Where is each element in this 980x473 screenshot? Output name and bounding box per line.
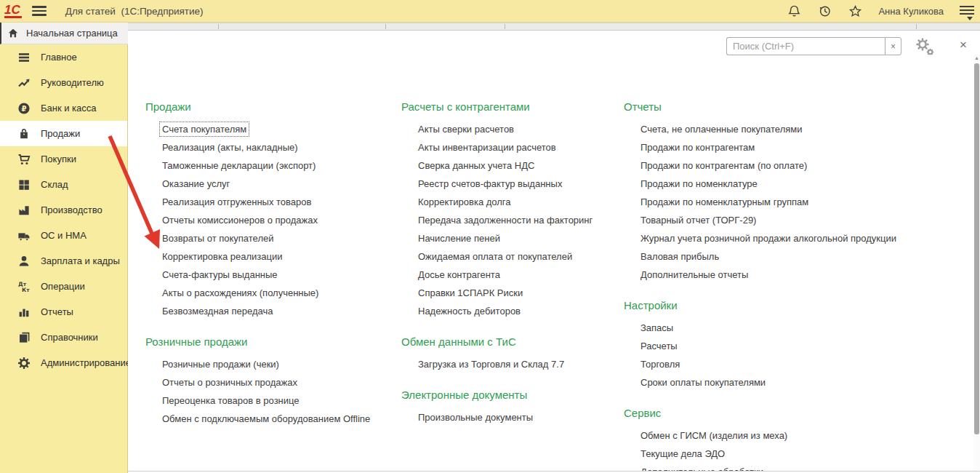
sidebar-item-glavnoe[interactable]: Главное — [0, 44, 127, 70]
menu-link[interactable]: Корректировка реализации — [162, 247, 393, 266]
sidebar-item-prodazhi[interactable]: Продажи — [0, 121, 127, 146]
menu-link[interactable]: Надежность дебиторов — [418, 302, 619, 320]
books-icon — [17, 331, 31, 344]
bar-chart-icon — [17, 306, 31, 319]
menu-link[interactable]: Сверка данных учета НДС — [418, 156, 619, 175]
menu-link[interactable]: Безвозмездная передача — [162, 302, 393, 320]
section: НастройкиЗапасыРасчетыТорговляСроки опла… — [624, 298, 973, 391]
menu-link[interactable]: Таможенные декларации (экспорт) — [162, 156, 393, 175]
top-bar: 1С Для статей (1С:Предприятие) Анна Кули… — [0, 0, 980, 23]
bag-icon — [17, 127, 31, 140]
menu-link[interactable]: Расчеты — [640, 337, 973, 355]
history-icon[interactable] — [817, 4, 832, 19]
sidebar-item-otchety[interactable]: Отчеты — [0, 299, 127, 325]
sidebar-item-label: Операции — [41, 281, 85, 292]
menu-link[interactable]: Переоценка товаров в рознице — [162, 391, 393, 410]
section-title: Настройки — [624, 298, 973, 313]
menu-link[interactable]: Розничные продажи (чеки) — [162, 355, 393, 373]
favorites-star-icon[interactable] — [848, 4, 862, 19]
menu-link[interactable]: Справки 1СПАРК Риски — [418, 284, 619, 302]
section: СервисОбмен с ГИСМ (изделия из меха)Теку… — [624, 406, 973, 472]
sidebar-item-administrirovanie[interactable]: Администрирование — [0, 350, 127, 375]
menu-link[interactable]: Передача задолженности на факторинг — [418, 211, 619, 229]
section: Электронные документыПроизвольные докуме… — [401, 388, 619, 426]
search-clear-button[interactable]: × — [885, 37, 901, 55]
search-input[interactable] — [726, 37, 885, 55]
menu-link[interactable]: Акты сверки расчетов — [418, 120, 619, 138]
section: Расчеты с контрагентамиАкты сверки расче… — [401, 100, 619, 320]
sidebar-item-pokupki[interactable]: Покупки — [0, 146, 127, 172]
vertical-scrollbar[interactable]: ▲ ▼ — [973, 55, 980, 472]
menu-link[interactable]: Обмен с подключаемым оборудованием Offli… — [162, 410, 393, 428]
menu-link[interactable]: Журнал учета розничной продажи алкогольн… — [640, 229, 973, 247]
sidebar-item-sklad[interactable]: Склад — [0, 172, 127, 197]
sidebar-item-operacii[interactable]: ДтКтОперации — [0, 274, 127, 299]
menu-link[interactable]: Ожидаемая оплата от покупателей — [418, 247, 619, 266]
menu-link[interactable]: Товарный отчет (ТОРГ-29) — [640, 211, 973, 229]
menu-link[interactable]: Отчеты комиссионеров о продажах — [162, 211, 393, 229]
menu-link[interactable]: Счета, не оплаченные покупателями — [640, 120, 973, 138]
menu-link[interactable]: Счета-фактуры выданные — [162, 266, 393, 284]
sidebar: ГлавноеРуководителю₽Банк и кассаПродажиП… — [0, 44, 128, 473]
user-menu-icon[interactable] — [960, 6, 974, 17]
section: Розничные продажиРозничные продажи (чеки… — [145, 335, 393, 428]
close-icon[interactable]: × — [960, 37, 967, 53]
sidebar-item-label: Администрирование — [41, 357, 131, 368]
menu-link[interactable]: Начисление пеней — [418, 229, 619, 247]
main-menu-icon[interactable] — [32, 6, 47, 16]
menu-link[interactable]: Продажи по номенклатуре — [640, 175, 973, 193]
menu-link[interactable]: Обмен с ГИСМ (изделия из меха) — [640, 426, 973, 445]
sidebar-item-bank-i-kassa[interactable]: ₽Банк и касса — [0, 95, 127, 121]
menu-link[interactable]: Досье контрагента — [418, 266, 619, 284]
home-tab-label: Начальная страница — [26, 28, 118, 39]
sidebar-item-label: Справочники — [41, 332, 98, 343]
menu-link[interactable]: Акты инвентаризации расчетов — [418, 138, 619, 156]
sidebar-item-proizvodstvo[interactable]: Производство — [0, 197, 127, 223]
gear-icon — [17, 357, 31, 370]
menu-link[interactable]: Оказание услуг — [162, 175, 393, 193]
section: ПродажиСчета покупателямРеализация (акты… — [145, 100, 393, 320]
sidebar-item-os-i-nma[interactable]: ОС и НМА — [0, 223, 127, 248]
section-title: Обмен данными с ТиС — [401, 335, 619, 349]
menu-link[interactable]: Текущие дела ЭДО — [640, 445, 973, 463]
menu-link[interactable]: Возвраты от покупателей — [162, 229, 393, 247]
menu-link[interactable]: Валовая прибыль — [640, 247, 973, 266]
menu-link[interactable]: Отчеты о розничных продажах — [162, 373, 393, 391]
app-title: Для статей (1С:Предприятие) — [65, 6, 204, 17]
menu-link[interactable]: Дополнительные отчеты — [640, 266, 973, 284]
section-title: Отчеты — [624, 100, 973, 114]
menu-link[interactable]: Торговля — [640, 355, 973, 373]
settings-gears-icon[interactable] — [913, 36, 935, 57]
menu-link[interactable]: Реализация отгруженных товаров — [162, 193, 393, 211]
menu-link[interactable]: Продажи по номенклатурным группам — [640, 193, 973, 211]
factory-icon — [17, 204, 31, 217]
section-title: Розничные продажи — [145, 335, 393, 349]
sidebar-item-label: Склад — [41, 179, 68, 190]
menu-link[interactable]: Реализация (акты, накладные) — [162, 138, 393, 156]
menu-link[interactable]: Реестр счетов-фактур выданных — [418, 175, 619, 193]
menu-link[interactable]: Загрузка из Торговля и Склад 7.7 — [418, 355, 619, 373]
sidebar-item-label: Производство — [41, 204, 103, 215]
menu-link[interactable]: Продажи по контрагентам — [640, 138, 973, 156]
menu-link[interactable]: Сроки оплаты покупателями — [640, 373, 973, 391]
grid-icon — [17, 178, 31, 191]
sidebar-item-spravochniki[interactable]: Справочники — [0, 325, 127, 350]
sidebar-item-label: Отчеты — [41, 306, 73, 317]
menu-link[interactable]: Корректировка долга — [418, 193, 619, 211]
menu-link[interactable]: Произвольные документы — [418, 408, 619, 426]
menu-link[interactable]: Акты о расхождениях (полученные) — [162, 284, 393, 302]
menu-link[interactable]: Счета покупателям — [162, 120, 393, 138]
sidebar-item-zarplata-i-kadry[interactable]: Зарплата и кадры — [0, 248, 127, 274]
menu-link[interactable]: Дополнительные обработки — [640, 463, 973, 472]
home-tab[interactable]: Начальная страница — [0, 23, 128, 44]
current-user[interactable]: Анна Куликова — [878, 6, 944, 17]
notifications-bell-icon[interactable] — [787, 4, 801, 19]
truck-icon — [17, 229, 31, 242]
scroll-up-icon[interactable]: ▲ — [973, 55, 980, 62]
cart-icon — [17, 153, 31, 166]
sidebar-item-label: Руководителю — [41, 77, 104, 88]
scrollbar-thumb[interactable] — [974, 63, 979, 434]
menu-link[interactable]: Запасы — [640, 319, 973, 337]
menu-link[interactable]: Продажи по контрагентам (по оплате) — [640, 156, 973, 175]
sidebar-item-rukovoditelyu[interactable]: Руководителю — [0, 70, 127, 95]
